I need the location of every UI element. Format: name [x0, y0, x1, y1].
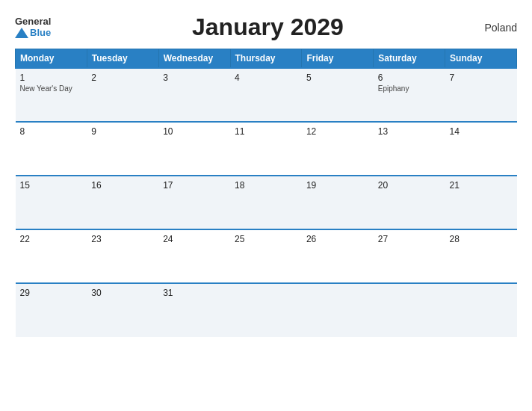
day-number: 8: [20, 126, 83, 137]
logo-blue-text: Blue: [30, 28, 51, 38]
day-number: 10: [163, 126, 226, 137]
logo-blue-row: Blue: [15, 28, 51, 38]
day-number: 24: [163, 234, 226, 244]
weekday-header-sunday: Sunday: [445, 49, 517, 69]
calendar-day-cell: 7: [445, 68, 517, 122]
day-number: 27: [378, 234, 441, 244]
day-number: 14: [450, 126, 513, 137]
svg-marker-0: [15, 28, 28, 38]
calendar-day-cell: 10: [158, 122, 230, 176]
day-number: 3: [163, 72, 226, 83]
calendar-day-cell: 25: [230, 229, 302, 283]
country-label: Poland: [484, 22, 517, 34]
weekday-header-monday: Monday: [16, 49, 87, 69]
calendar-table: MondayTuesdayWednesdayThursdayFridaySatu…: [15, 49, 517, 337]
calendar-day-cell: 6Epiphany: [374, 68, 445, 122]
calendar-day-cell: 21: [445, 176, 517, 229]
logo: General Blue: [15, 16, 51, 38]
logo-general-text: General: [15, 16, 51, 27]
calendar-day-cell: 20: [374, 176, 445, 229]
calendar-day-cell: 5: [302, 68, 374, 122]
day-number: 22: [20, 234, 83, 244]
weekday-header-row: MondayTuesdayWednesdayThursdayFridaySatu…: [16, 49, 517, 69]
calendar-day-cell: 27: [374, 229, 445, 283]
day-number: 18: [235, 180, 297, 191]
day-number: 26: [306, 234, 369, 244]
weekday-header-thursday: Thursday: [230, 49, 302, 69]
day-number: 13: [378, 126, 441, 137]
calendar-day-cell: 31: [158, 283, 230, 337]
day-number: 19: [306, 180, 369, 191]
calendar-day-cell: 4: [230, 68, 302, 122]
calendar-header: General Blue January 2029 Poland: [15, 13, 517, 41]
weekday-header-tuesday: Tuesday: [87, 49, 158, 69]
day-number: 12: [306, 126, 369, 137]
calendar-day-cell: 26: [302, 229, 374, 283]
calendar-day-cell: 28: [445, 229, 517, 283]
calendar-day-cell: [230, 283, 302, 337]
day-number: 21: [450, 180, 513, 191]
day-number: 11: [235, 126, 297, 137]
calendar-week-row: 22232425262728: [16, 229, 517, 283]
day-number: 15: [20, 180, 83, 191]
calendar-week-row: 293031: [16, 283, 517, 337]
holiday-label: Epiphany: [378, 84, 441, 93]
calendar-day-cell: 30: [87, 283, 158, 337]
calendar-title: January 2029: [192, 13, 344, 41]
calendar-day-cell: 15: [16, 176, 87, 229]
calendar-day-cell: 24: [158, 229, 230, 283]
day-number: 25: [235, 234, 297, 244]
day-number: 2: [91, 72, 154, 83]
calendar-day-cell: [445, 283, 517, 337]
calendar-day-cell: 3: [158, 68, 230, 122]
logo-flag-icon: [15, 28, 28, 38]
holiday-label: New Year's Day: [20, 84, 83, 93]
weekday-header-friday: Friday: [302, 49, 374, 69]
day-number: 17: [163, 180, 226, 191]
calendar-day-cell: 16: [87, 176, 158, 229]
calendar-day-cell: 1New Year's Day: [16, 68, 87, 122]
calendar-day-cell: 8: [16, 122, 87, 176]
day-number: 4: [235, 72, 297, 83]
calendar-day-cell: 23: [87, 229, 158, 283]
calendar-day-cell: 14: [445, 122, 517, 176]
day-number: 1: [20, 72, 83, 83]
calendar-week-row: 891011121314: [16, 122, 517, 176]
day-number: 30: [91, 288, 154, 298]
calendar-day-cell: 11: [230, 122, 302, 176]
day-number: 9: [91, 126, 154, 137]
day-number: 31: [163, 288, 226, 298]
calendar-day-cell: [374, 283, 445, 337]
calendar-day-cell: 17: [158, 176, 230, 229]
day-number: 28: [450, 234, 513, 244]
day-number: 6: [378, 72, 441, 83]
calendar-day-cell: 18: [230, 176, 302, 229]
calendar-day-cell: 13: [374, 122, 445, 176]
day-number: 23: [91, 234, 154, 244]
day-number: 16: [91, 180, 154, 191]
calendar-day-cell: 19: [302, 176, 374, 229]
day-number: 7: [450, 72, 513, 83]
calendar-day-cell: 22: [16, 229, 87, 283]
calendar-day-cell: [302, 283, 374, 337]
weekday-header-saturday: Saturday: [374, 49, 445, 69]
calendar-day-cell: 9: [87, 122, 158, 176]
calendar-week-row: 1New Year's Day23456Epiphany7: [16, 68, 517, 122]
day-number: 5: [306, 72, 369, 83]
calendar-day-cell: 2: [87, 68, 158, 122]
day-number: 29: [20, 288, 83, 298]
calendar-week-row: 15161718192021: [16, 176, 517, 229]
day-number: 20: [378, 180, 441, 191]
weekday-header-wednesday: Wednesday: [158, 49, 230, 69]
calendar-day-cell: 29: [16, 283, 87, 337]
calendar-day-cell: 12: [302, 122, 374, 176]
